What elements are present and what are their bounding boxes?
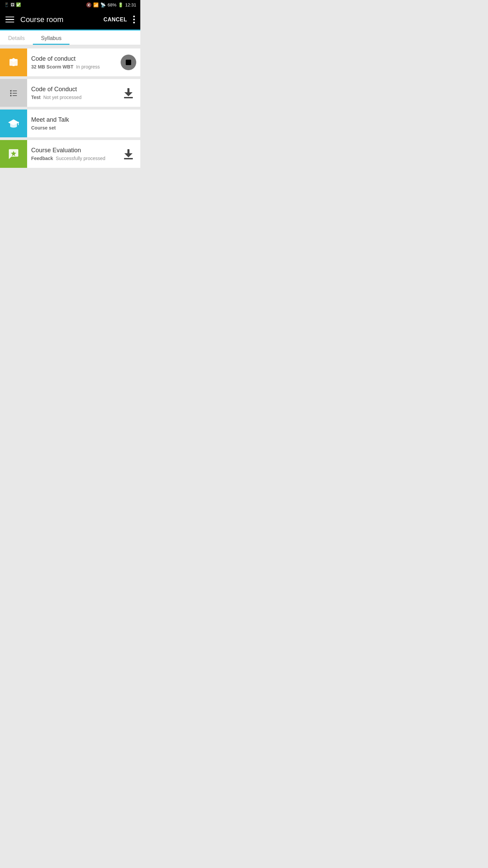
app-bar: Course room CANCEL bbox=[0, 9, 140, 31]
battery-icon: 🔋 bbox=[118, 2, 123, 7]
svg-marker-14 bbox=[8, 119, 19, 125]
item-title-1: Code of conduct bbox=[31, 55, 113, 62]
item-meta-2: Test Not yet processed bbox=[31, 95, 113, 100]
device-icon-2: 🖼 bbox=[11, 2, 15, 7]
tab-details[interactable]: Details bbox=[0, 31, 33, 45]
item-info-4: Course Evaluation Feedback Successfully … bbox=[27, 142, 117, 166]
svg-marker-19 bbox=[124, 153, 133, 157]
scorm-icon bbox=[7, 56, 20, 69]
status-right: 🔇 📶 📡 68% 🔋 12:31 bbox=[86, 2, 136, 7]
list-item[interactable]: Code of Conduct Test Not yet processed bbox=[0, 79, 140, 107]
item-info-2: Code of Conduct Test Not yet processed bbox=[27, 81, 117, 105]
item-icon-feedback bbox=[0, 140, 27, 168]
svg-rect-16 bbox=[18, 122, 19, 125]
page-title: Course room bbox=[20, 15, 103, 24]
item-icon-scorm bbox=[0, 48, 27, 76]
item-title-2: Code of Conduct bbox=[31, 86, 113, 93]
item-action-1[interactable] bbox=[117, 55, 140, 70]
test-icon bbox=[7, 86, 20, 100]
meta-label-3: Course set bbox=[31, 125, 56, 131]
empty-space bbox=[0, 171, 140, 272]
device-icon-3: ✅ bbox=[16, 2, 21, 7]
svg-rect-8 bbox=[13, 95, 17, 96]
meta-label-2: Test bbox=[31, 95, 41, 100]
item-meta-4: Feedback Successfully processed bbox=[31, 156, 113, 161]
meta-status-1: In progress bbox=[76, 64, 100, 70]
meta-status-4: Successfully processed bbox=[56, 156, 105, 161]
svg-rect-6 bbox=[13, 93, 17, 94]
item-meta-1: 32 MB Scorm WBT In progress bbox=[31, 64, 113, 70]
list-item[interactable]: Code of conduct 32 MB Scorm WBT In progr… bbox=[0, 48, 140, 76]
download-icon bbox=[122, 87, 135, 99]
svg-rect-2 bbox=[13, 64, 15, 66]
item-action-4[interactable] bbox=[117, 148, 140, 160]
download-icon bbox=[122, 148, 135, 160]
list-item[interactable]: Meet and Talk Course set bbox=[0, 110, 140, 137]
svg-rect-4 bbox=[13, 91, 17, 91]
item-title-3: Meet and Talk bbox=[31, 116, 113, 123]
more-options-button[interactable] bbox=[133, 16, 135, 23]
cancel-button[interactable]: CANCEL bbox=[103, 17, 127, 23]
hamburger-menu-button[interactable] bbox=[5, 17, 14, 23]
meta-status-2: Not yet processed bbox=[43, 95, 82, 100]
mute-icon: 🔇 bbox=[86, 2, 92, 7]
item-info-3: Meet and Talk Course set bbox=[27, 112, 117, 135]
svg-rect-5 bbox=[10, 93, 12, 94]
progress-icon bbox=[121, 55, 136, 70]
svg-marker-12 bbox=[124, 92, 133, 96]
device-icon-1: 📱 bbox=[4, 2, 9, 7]
meta-label-1: 32 MB Scorm WBT bbox=[31, 64, 73, 70]
tab-bar: Details Syllabus bbox=[0, 31, 140, 45]
time-label: 12:31 bbox=[125, 2, 136, 7]
wifi-icon: 📶 bbox=[93, 2, 99, 7]
signal-icon: 📡 bbox=[100, 2, 106, 7]
battery-label: 68% bbox=[107, 2, 116, 7]
feedback-icon bbox=[7, 147, 20, 161]
graduation-icon bbox=[7, 117, 20, 130]
item-action-2[interactable] bbox=[117, 87, 140, 99]
status-icons: 📱 🖼 ✅ bbox=[4, 2, 21, 7]
svg-rect-20 bbox=[124, 158, 133, 159]
syllabus-content: Code of conduct 32 MB Scorm WBT In progr… bbox=[0, 45, 140, 276]
svg-rect-7 bbox=[10, 95, 12, 96]
meta-label-4: Feedback bbox=[31, 156, 53, 161]
item-icon-course-set bbox=[0, 110, 27, 137]
status-bar: 📱 🖼 ✅ 🔇 📶 📡 68% 🔋 12:31 bbox=[0, 0, 140, 9]
list-item[interactable]: Course Evaluation Feedback Successfully … bbox=[0, 140, 140, 168]
item-title-4: Course Evaluation bbox=[31, 147, 113, 154]
item-icon-test bbox=[0, 79, 27, 107]
tab-syllabus[interactable]: Syllabus bbox=[33, 31, 69, 45]
item-meta-3: Course set bbox=[31, 125, 113, 131]
svg-rect-13 bbox=[124, 97, 133, 98]
item-info-1: Code of conduct 32 MB Scorm WBT In progr… bbox=[27, 51, 117, 74]
